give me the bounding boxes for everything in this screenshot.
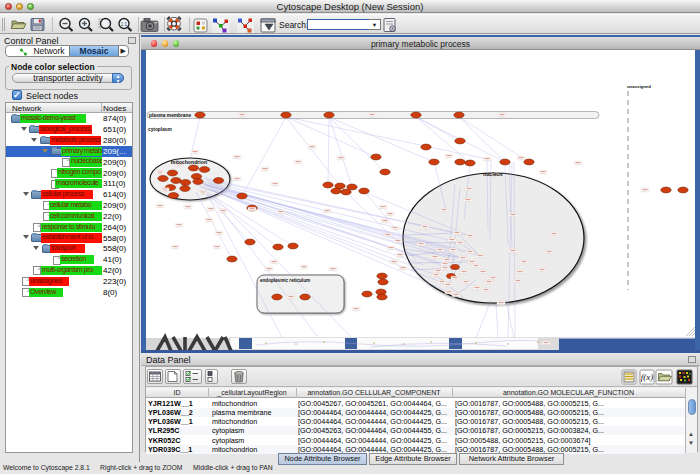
svg-text:1:1: 1:1 xyxy=(121,22,128,27)
svg-text:mitochondrion: mitochondrion xyxy=(171,159,207,165)
svg-text:unassigned: unassigned xyxy=(627,84,651,89)
svg-text:plasma membrane: plasma membrane xyxy=(149,113,191,118)
svg-text:f(x): f(x) xyxy=(641,372,654,382)
svg-text:endoplasmic reticulum: endoplasmic reticulum xyxy=(260,278,310,283)
svg-text:nucleus: nucleus xyxy=(483,171,503,177)
svg-text:cytoplasm: cytoplasm xyxy=(148,127,172,132)
